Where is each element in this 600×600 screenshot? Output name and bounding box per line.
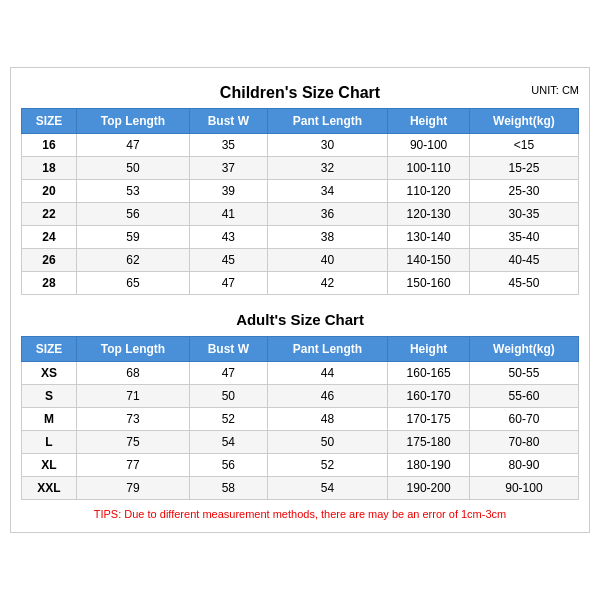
table-row: 18503732100-11015-25 xyxy=(22,157,579,180)
table-cell: 40-45 xyxy=(469,249,578,272)
table-cell: 47 xyxy=(190,362,268,385)
adults-col-header: Height xyxy=(388,337,470,362)
table-cell: 37 xyxy=(190,157,268,180)
adults-col-header: Weight(kg) xyxy=(469,337,578,362)
table-cell: 30 xyxy=(267,134,388,157)
table-cell: 22 xyxy=(22,203,77,226)
table-row: XS684744160-16550-55 xyxy=(22,362,579,385)
table-row: 28654742150-16045-50 xyxy=(22,272,579,295)
children-col-header: Weight(kg) xyxy=(469,109,578,134)
table-cell: 45-50 xyxy=(469,272,578,295)
table-cell: 36 xyxy=(267,203,388,226)
table-cell: 65 xyxy=(76,272,189,295)
table-cell: 150-160 xyxy=(388,272,470,295)
table-row: 26624540140-15040-45 xyxy=(22,249,579,272)
adults-size-table: SIZETop LengthBust WPant LengthHeightWei… xyxy=(21,336,579,500)
adults-header-row: SIZETop LengthBust WPant LengthHeightWei… xyxy=(22,337,579,362)
table-cell: 44 xyxy=(267,362,388,385)
table-cell: 45 xyxy=(190,249,268,272)
table-cell: 77 xyxy=(76,454,189,477)
table-cell: 42 xyxy=(267,272,388,295)
table-cell: 52 xyxy=(190,408,268,431)
table-cell: 73 xyxy=(76,408,189,431)
table-cell: 47 xyxy=(190,272,268,295)
table-cell: 52 xyxy=(267,454,388,477)
children-col-header: SIZE xyxy=(22,109,77,134)
table-cell: 34 xyxy=(267,180,388,203)
table-cell: 56 xyxy=(76,203,189,226)
table-cell: 48 xyxy=(267,408,388,431)
table-cell: 16 xyxy=(22,134,77,157)
table-cell: 140-150 xyxy=(388,249,470,272)
adults-col-header: Bust W xyxy=(190,337,268,362)
table-cell: 170-175 xyxy=(388,408,470,431)
table-cell: 62 xyxy=(76,249,189,272)
children-size-table: SIZETop LengthBust WPant LengthHeightWei… xyxy=(21,108,579,295)
children-col-header: Bust W xyxy=(190,109,268,134)
table-cell: 70-80 xyxy=(469,431,578,454)
table-cell: 43 xyxy=(190,226,268,249)
table-cell: 41 xyxy=(190,203,268,226)
table-row: L755450175-18070-80 xyxy=(22,431,579,454)
table-cell: 35-40 xyxy=(469,226,578,249)
adults-col-header: SIZE xyxy=(22,337,77,362)
table-cell: 54 xyxy=(267,477,388,500)
children-col-header: Top Length xyxy=(76,109,189,134)
size-chart-container: Children's Size Chart UNIT: CM SIZETop L… xyxy=(10,67,590,533)
table-cell: 35 xyxy=(190,134,268,157)
children-title-text: Children's Size Chart xyxy=(220,84,380,101)
table-cell: 71 xyxy=(76,385,189,408)
table-cell: 75 xyxy=(76,431,189,454)
table-cell: 110-120 xyxy=(388,180,470,203)
table-cell: 120-130 xyxy=(388,203,470,226)
table-cell: 180-190 xyxy=(388,454,470,477)
table-cell: 32 xyxy=(267,157,388,180)
table-cell: 80-90 xyxy=(469,454,578,477)
adults-col-header: Top Length xyxy=(76,337,189,362)
table-cell: 175-180 xyxy=(388,431,470,454)
tips-text: TIPS: Due to different measurement metho… xyxy=(21,508,579,522)
table-row: M735248170-17560-70 xyxy=(22,408,579,431)
adults-col-header: Pant Length xyxy=(267,337,388,362)
table-row: 24594338130-14035-40 xyxy=(22,226,579,249)
table-cell: 46 xyxy=(267,385,388,408)
table-cell: 28 xyxy=(22,272,77,295)
table-cell: <15 xyxy=(469,134,578,157)
table-cell: 55-60 xyxy=(469,385,578,408)
table-cell: 50 xyxy=(76,157,189,180)
table-cell: 79 xyxy=(76,477,189,500)
table-cell: 26 xyxy=(22,249,77,272)
table-cell: 56 xyxy=(190,454,268,477)
table-cell: 18 xyxy=(22,157,77,180)
children-chart-title: Children's Size Chart UNIT: CM xyxy=(21,78,579,104)
table-cell: 90-100 xyxy=(388,134,470,157)
adults-title-text: Adult's Size Chart xyxy=(236,311,364,328)
table-cell: 47 xyxy=(76,134,189,157)
table-cell: 50-55 xyxy=(469,362,578,385)
table-cell: 160-165 xyxy=(388,362,470,385)
table-cell: 53 xyxy=(76,180,189,203)
table-cell: XXL xyxy=(22,477,77,500)
table-row: XXL795854190-20090-100 xyxy=(22,477,579,500)
table-cell: 190-200 xyxy=(388,477,470,500)
children-header-row: SIZETop LengthBust WPant LengthHeightWei… xyxy=(22,109,579,134)
table-row: 22564136120-13030-35 xyxy=(22,203,579,226)
unit-label: UNIT: CM xyxy=(531,84,579,96)
table-cell: 38 xyxy=(267,226,388,249)
table-cell: S xyxy=(22,385,77,408)
table-cell: 30-35 xyxy=(469,203,578,226)
table-cell: 25-30 xyxy=(469,180,578,203)
table-cell: 40 xyxy=(267,249,388,272)
table-cell: 100-110 xyxy=(388,157,470,180)
children-col-header: Height xyxy=(388,109,470,134)
children-col-header: Pant Length xyxy=(267,109,388,134)
table-cell: 54 xyxy=(190,431,268,454)
table-row: 1647353090-100<15 xyxy=(22,134,579,157)
table-row: 20533934110-12025-30 xyxy=(22,180,579,203)
table-cell: 90-100 xyxy=(469,477,578,500)
table-cell: 24 xyxy=(22,226,77,249)
table-row: XL775652180-19080-90 xyxy=(22,454,579,477)
table-cell: 130-140 xyxy=(388,226,470,249)
table-cell: 58 xyxy=(190,477,268,500)
table-cell: 59 xyxy=(76,226,189,249)
